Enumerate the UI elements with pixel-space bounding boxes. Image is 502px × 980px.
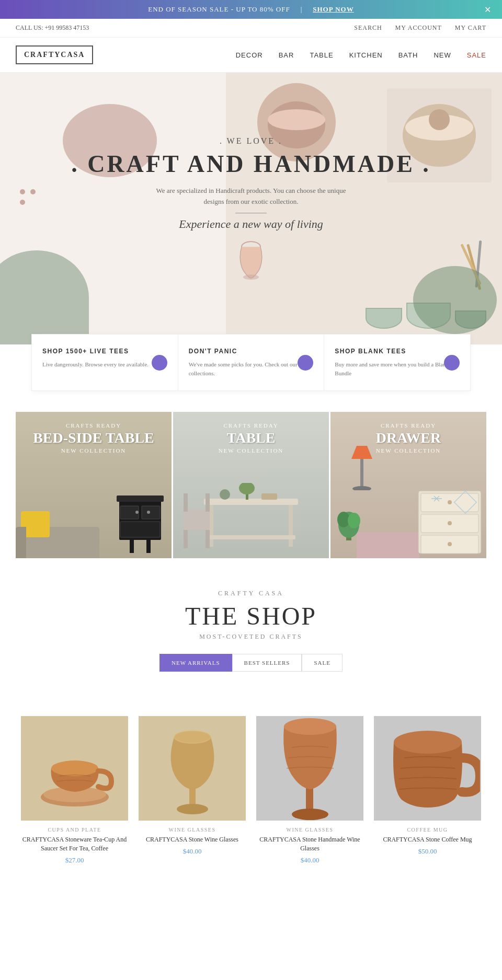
hero-title: . CRAFT AND HANDMADE . [0,150,502,178]
product-card-3: WINE GLASSES CRAFTYCASA Stone Handmade W… [251,711,369,870]
nav-kitchen[interactable]: KITCHEN [349,51,383,59]
svg-rect-18 [146,540,151,553]
nav-bar[interactable]: BAR [279,51,294,59]
svg-rect-17 [130,540,134,553]
my-account-link[interactable]: MY ACCOUNT [395,24,442,32]
product-category-3: WINE GLASSES [256,827,363,833]
svg-rect-21 [289,505,293,547]
top-bar-links: SEARCH MY ACCOUNT MY CART [354,24,486,32]
collection-table[interactable]: CRAFTS REDAY TABLE NEW COLLECTION [172,412,329,558]
new-collection-1: NEW COLLECTION [16,447,172,454]
my-cart-link[interactable]: MY CART [455,24,486,32]
svg-rect-22 [207,535,295,539]
svg-point-59 [284,718,336,735]
product-card-2: WINE GLASSES CRAFTYCASA Stone Wine Glass… [133,711,251,870]
svg-point-15 [135,511,139,514]
main-nav: DECOR BAR TABLE KITCHEN BATH NEW SALE [236,51,486,59]
svg-point-26 [220,489,230,500]
tab-new-arrivals[interactable]: NEW ARRIVALS [159,654,232,672]
svg-point-24 [239,483,255,494]
nav-bath[interactable]: BATH [398,51,418,59]
feature-dot-3 [444,355,460,371]
banner-separator: | [301,5,303,14]
product-name-2: CRAFTYCASA Stone Wine Glasses [139,835,246,844]
crafts-label-1: CRAFTS READY [16,422,172,429]
product-name-3: CRAFTYCASA Stone Handmade Wine Glasses [256,835,363,853]
svg-rect-19 [204,499,298,505]
shop-tabs: NEW ARRIVALS BEST SELLERS SALE [16,654,486,672]
svg-point-16 [147,511,150,514]
hero-section: . WE LOVE . . CRAFT AND HANDMADE . We ar… [0,73,502,344]
product-price-1: $27.00 [21,856,128,864]
product-price-3: $40.00 [256,856,363,864]
shop-brand: CRAFTY CASA [16,590,486,597]
svg-rect-25 [261,493,277,500]
nav-new[interactable]: NEW [433,51,451,59]
product-image-1[interactable] [21,716,128,821]
product-price-4: $50.00 [374,847,481,856]
shop-subtitle: MOST-COVETED CRAFTS [16,633,486,641]
svg-point-9 [243,274,259,280]
feature-desc-2: We've made some picks for you. Check out… [189,360,314,377]
logo[interactable]: CRAFTYCASA [16,45,93,64]
svg-point-4 [429,109,450,130]
feature-box-2: DON'T PANIC We've made some picks for yo… [178,335,325,390]
product-name-1: CRAFTYCASA Stoneware Tea-Cup And Saucer … [21,835,128,853]
svg-marker-32 [351,446,372,459]
tab-best-sellers[interactable]: BEST SELLERS [232,654,302,672]
banner-cta[interactable]: SHOP NOW [313,5,353,14]
collection-bedside[interactable]: CRAFTS READY BED-SIDE TABLE NEW COLLECTI… [16,412,172,558]
feature-title-2: DON'T PANIC [189,348,314,355]
collection-overlay-1: CRAFTS READY BED-SIDE TABLE NEW COLLECTI… [16,422,172,454]
banner-text: END OF SEASON SALE - UP TO 80% OFF [148,5,290,14]
product-grid: CUPS AND PLATE CRAFTYCASA Stoneware Tea-… [16,711,486,870]
product-category-2: WINE GLASSES [139,827,246,833]
svg-point-34 [352,486,371,490]
svg-rect-27 [184,509,210,530]
svg-point-49 [448,542,452,546]
feature-title-1: SHOP 1500+ LIVE TEES [42,348,167,355]
vase-icon [233,239,269,281]
nav-decor[interactable]: DECOR [236,51,263,59]
header: CRAFTYCASA DECOR BAR TABLE KITCHEN BATH … [0,38,502,73]
product-card-4: COFFEE MUG CRAFTYCASA Stone Coffee Mug $… [369,711,486,870]
hero-content: . WE LOVE . . CRAFT AND HANDMADE . We ar… [0,136,502,281]
hero-description: We are specialized in Handicraft product… [152,186,350,207]
feature-desc-3: Buy more and save more when you build a … [335,360,460,377]
svg-rect-13 [142,506,160,519]
search-link[interactable]: SEARCH [354,24,382,32]
svg-point-58 [292,809,328,820]
feature-boxes: SHOP 1500+ LIVE TEES Live dangerously. B… [31,334,471,391]
top-banner: END OF SEASON SALE - UP TO 80% OFF | SHO… [0,0,502,19]
close-icon[interactable]: ✕ [484,5,492,15]
svg-rect-33 [360,459,363,488]
svg-rect-11 [117,495,164,502]
feature-title-3: SHOP BLANK TEES [335,348,460,355]
collection-title-1: BED-SIDE TABLE [16,431,172,445]
nav-sale[interactable]: SALE [467,51,486,59]
nav-table[interactable]: TABLE [310,51,333,59]
product-category-1: CUPS AND PLATE [21,827,128,833]
product-image-3[interactable] [256,716,363,821]
svg-rect-28 [184,493,188,512]
collection-overlay-2: CRAFTS REDAY TABLE NEW COLLECTION [173,422,329,454]
crafts-label-3: CRAFTS READY [330,422,486,429]
svg-point-38 [348,513,360,528]
collection-drawer[interactable]: CRAFTS READY DRAWER NEW COLLECTION [329,412,486,558]
hero-tagline: Experience a new way of living [0,217,502,231]
product-card-1: CUPS AND PLATE CRAFTYCASA Stoneware Tea-… [16,711,133,870]
feature-desc-1: Live dangerously. Browse every tee avail… [42,360,167,369]
feature-box-1: SHOP 1500+ LIVE TEES Live dangerously. B… [32,335,178,390]
new-collection-2: NEW COLLECTION [173,447,329,454]
crafts-label-2: CRAFTS REDAY [173,422,329,429]
product-image-4[interactable] [374,716,481,821]
svg-rect-29 [206,493,210,512]
top-bar: CALL US: +91 99583 47153 SEARCH MY ACCOU… [0,19,502,38]
svg-point-52 [51,760,98,776]
svg-rect-30 [184,530,188,548]
feature-box-3: SHOP BLANK TEES Buy more and save more w… [324,335,470,390]
svg-rect-31 [206,530,210,548]
svg-point-60 [394,731,462,754]
product-image-2[interactable] [139,716,246,821]
tab-sale[interactable]: SALE [302,654,343,672]
